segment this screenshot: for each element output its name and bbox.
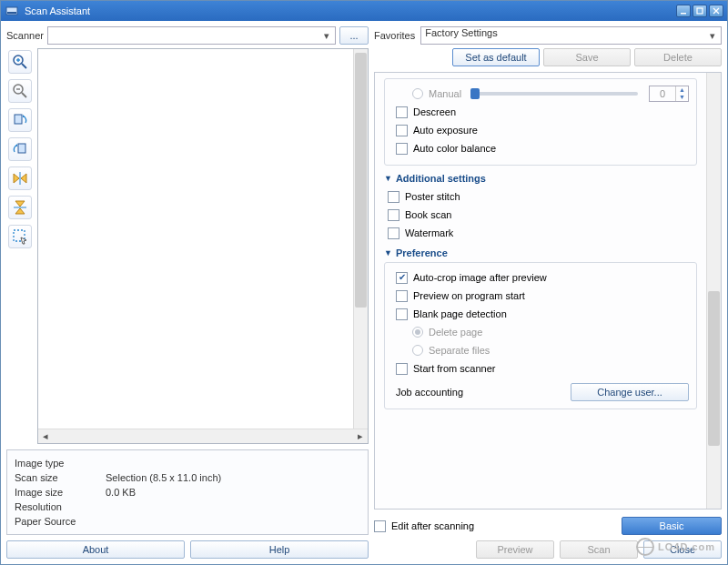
favorites-label: Favorites (374, 30, 415, 41)
preview-vertical-scrollbar[interactable] (353, 49, 368, 429)
rotate-left-button[interactable] (8, 108, 32, 132)
tool-column (6, 48, 34, 444)
info-image-size-label: Image size (15, 487, 106, 498)
svg-marker-18 (21, 174, 26, 183)
manual-spin[interactable]: 0 ▲▼ (649, 86, 689, 102)
svg-rect-15 (18, 144, 25, 153)
svg-rect-13 (15, 115, 22, 124)
scanner-combo[interactable]: ▾ (47, 26, 336, 45)
adjust-group: Manual 0 ▲▼ Descreen Auto exposure Auto … (384, 78, 697, 166)
svg-line-11 (22, 93, 26, 97)
svg-marker-14 (23, 115, 25, 117)
mirror-horizontal-button[interactable] (8, 166, 32, 190)
scanner-label: Scanner (6, 30, 44, 41)
window-title: Scan Assistant (25, 5, 674, 16)
watermark-checkbox[interactable] (388, 227, 399, 239)
info-panel: Image type Scan sizeSelection (8.5 x 11.… (6, 449, 369, 535)
svg-line-7 (22, 64, 26, 68)
info-paper-source-label: Paper Source (15, 516, 106, 527)
manual-value: 0 (650, 88, 675, 99)
right-pane: Favorites Factory Settings ▾ Set as defa… (374, 26, 722, 559)
blank-page-checkbox[interactable] (396, 308, 408, 320)
about-button[interactable]: About (6, 540, 185, 559)
separate-files-label: Separate files (429, 345, 490, 356)
preview-button[interactable]: Preview (476, 540, 554, 559)
titlebar: Scan Assistant (1, 1, 727, 21)
svg-marker-17 (14, 174, 19, 183)
favorites-combo[interactable]: Factory Settings ▾ (420, 26, 722, 45)
manual-radio[interactable] (412, 88, 423, 99)
preview-start-checkbox[interactable] (396, 290, 408, 302)
preview-start-label: Preview on program start (413, 290, 525, 301)
info-image-size-value: 0.0 KB (106, 487, 136, 498)
edit-after-scanning-checkbox[interactable] (374, 520, 386, 532)
poster-stitch-checkbox[interactable] (388, 191, 399, 203)
separate-files-radio[interactable] (412, 345, 423, 356)
help-button[interactable]: Help (190, 540, 369, 559)
zoom-out-button[interactable] (8, 79, 32, 103)
triangle-down-icon: ▼ (384, 174, 392, 183)
start-from-scanner-label: Start from scanner (413, 363, 495, 374)
section-preference[interactable]: ▼Preference (384, 247, 697, 258)
preview-horizontal-scrollbar[interactable]: ◂ ▸ (38, 429, 368, 443)
preview-canvas[interactable] (38, 49, 353, 429)
svg-marker-21 (15, 208, 25, 214)
preference-group: Auto-crop image after preview Preview on… (384, 262, 697, 409)
settings-scrollbar[interactable] (706, 73, 721, 509)
spin-down-icon[interactable]: ▼ (676, 94, 688, 101)
spin-up-icon[interactable]: ▲ (676, 86, 688, 94)
minimize-button[interactable] (676, 5, 691, 17)
content-area: Scanner ▾ ... (1, 21, 727, 564)
job-accounting-label: Job accounting (396, 387, 463, 398)
delete-page-radio[interactable] (412, 327, 423, 338)
close-button[interactable] (709, 5, 723, 17)
svg-marker-20 (15, 201, 25, 207)
info-resolution-label: Resolution (15, 501, 106, 512)
left-pane: Scanner ▾ ... (6, 26, 369, 559)
book-scan-label: Book scan (405, 209, 451, 220)
info-scan-size-value: Selection (8.5 x 11.0 inch) (106, 472, 221, 483)
scroll-right-icon: ▸ (353, 430, 368, 442)
scan-button[interactable]: Scan (560, 540, 638, 559)
watermark-label: Watermark (405, 227, 453, 238)
mirror-vertical-button[interactable] (8, 196, 32, 219)
chevron-down-icon: ▾ (706, 29, 719, 42)
descreen-checkbox[interactable] (396, 106, 408, 118)
descreen-label: Descreen (413, 106, 456, 117)
auto-exposure-checkbox[interactable] (396, 125, 408, 136)
select-area-button[interactable] (8, 225, 32, 248)
scroll-left-icon: ◂ (38, 430, 53, 442)
poster-stitch-label: Poster stitch (405, 191, 460, 202)
svg-rect-2 (681, 13, 686, 15)
info-scan-size-label: Scan size (15, 472, 106, 483)
start-from-scanner-checkbox[interactable] (396, 363, 408, 375)
book-scan-checkbox[interactable] (388, 209, 399, 221)
auto-crop-checkbox[interactable] (396, 272, 408, 284)
app-window: Scan Assistant Scanner ▾ ... (0, 0, 728, 565)
delete-button[interactable]: Delete (634, 48, 722, 66)
section-additional-settings[interactable]: ▼Additional settings (384, 173, 697, 184)
change-user-button[interactable]: Change user... (571, 383, 689, 401)
manual-label: Manual (429, 88, 461, 99)
manual-radio-row: Manual 0 ▲▼ (412, 85, 689, 103)
auto-color-balance-checkbox[interactable] (396, 143, 408, 155)
manual-slider[interactable] (472, 92, 638, 96)
favorites-value: Factory Settings (425, 27, 497, 38)
zoom-in-button[interactable] (8, 50, 32, 74)
scanner-browse-button[interactable]: ... (339, 26, 369, 45)
maximize-button[interactable] (693, 5, 707, 17)
close-app-button[interactable]: Close (643, 540, 722, 559)
svg-marker-16 (15, 144, 17, 146)
blank-page-label: Blank page detection (413, 308, 507, 319)
svg-rect-1 (7, 12, 16, 14)
set-default-button[interactable]: Set as default (452, 48, 540, 66)
app-icon (5, 4, 19, 18)
rotate-right-button[interactable] (8, 137, 32, 161)
preview-area: ◂ ▸ (37, 48, 369, 444)
auto-exposure-label: Auto exposure (413, 125, 478, 136)
save-button[interactable]: Save (543, 48, 631, 66)
edit-after-scanning-label: Edit after scanning (391, 520, 474, 531)
svg-marker-24 (21, 237, 26, 244)
svg-rect-3 (697, 8, 703, 14)
basic-mode-button[interactable]: Basic (622, 517, 722, 535)
